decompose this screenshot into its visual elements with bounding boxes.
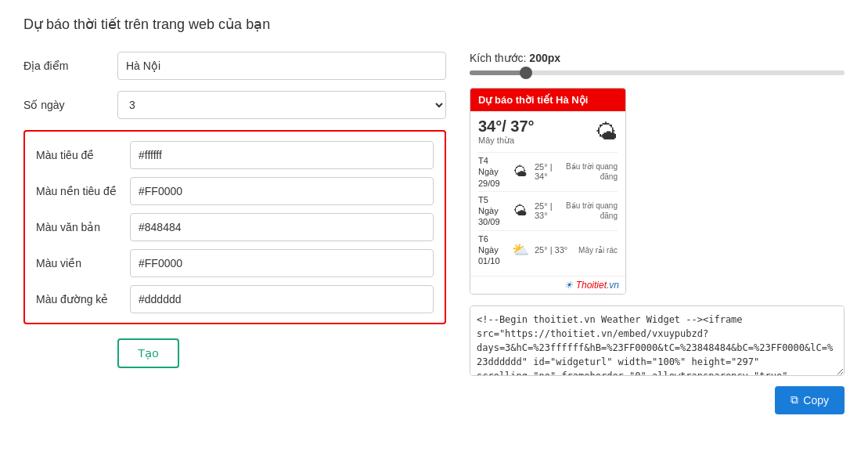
widget-day-row: T6Ngày01/10 ⛅ 25° | 33° Mây rải rác (478, 230, 618, 269)
code-section: <!--Begin thoitiet.vn Weather Widget -->… (470, 306, 845, 378)
widget-day-temp: 25° | 33° (535, 201, 561, 220)
days-select[interactable]: 1 2 3 4 5 6 7 (117, 91, 446, 119)
widget-day-label: T6Ngày01/10 (478, 233, 506, 267)
size-slider-container (470, 70, 845, 75)
border-color-row: Màu viền (36, 249, 434, 277)
text-color-row: Màu văn bản (36, 213, 434, 241)
title-color-input[interactable] (130, 141, 434, 169)
days-row: Số ngày 1 2 3 4 5 6 7 (23, 91, 446, 119)
color-section: Màu tiêu đề Màu nền tiêu đề Màu văn bản … (23, 130, 446, 324)
widget-day-icon: ⛅ (511, 241, 530, 258)
slider-fill (470, 70, 526, 75)
days-label: Số ngày (23, 99, 117, 111)
header-bg-input[interactable] (130, 177, 434, 205)
widget-today-icon: 🌤 (596, 119, 618, 145)
copy-button-label: Copy (803, 394, 829, 407)
widget-day-label: T5Ngày30/09 (478, 194, 506, 228)
line-color-row: Màu đường kẻ (36, 285, 434, 313)
border-color-label: Màu viền (36, 257, 130, 269)
widget-body: 34°/ 37° Mây thừa 🌤 T4Ngày29/09 🌤 25° | … (470, 111, 625, 276)
location-label: Địa điểm (23, 60, 117, 72)
widget-footer-logo: ☀ Thoitiet.vn (564, 280, 619, 291)
widget-day-label: T4Ngày29/09 (478, 155, 506, 189)
widget-today-info: 34°/ 37° Mây thừa (478, 118, 535, 146)
header-bg-label: Màu nền tiêu đề (36, 185, 130, 197)
widget-today-desc: Mây thừa (478, 136, 535, 146)
widget-day-temp: 25° | 33° (535, 245, 574, 255)
copy-icon: ⧉ (791, 393, 798, 407)
widget-day-row: T4Ngày29/09 🌤 25° | 34° Bầu trời quangđã… (478, 152, 618, 191)
slider-thumb[interactable] (520, 67, 532, 79)
widget-today: 34°/ 37° Mây thừa 🌤 (478, 118, 618, 146)
header-bg-row: Màu nền tiêu đề (36, 177, 434, 205)
create-button[interactable]: Tạo (117, 338, 179, 368)
widget-preview: Dự báo thời tiết Hà Nội 34°/ 37° Mây thừ… (470, 88, 626, 295)
widget-day-row: T5Ngày30/09 🌤 25° | 33° Bầu trời quangđã… (478, 191, 618, 230)
line-color-input[interactable] (130, 285, 434, 313)
widget-day-icon: 🌤 (511, 164, 530, 180)
widget-header: Dự báo thời tiết Hà Nội (470, 89, 625, 111)
location-input[interactable] (117, 52, 446, 80)
location-row: Địa điểm (23, 52, 446, 80)
widget-footer: ☀ Thoitiet.vn (470, 276, 625, 294)
right-panel: Kích thước: 200px Dự báo thời tiết Hà Nộ… (470, 52, 845, 414)
code-textarea[interactable]: <!--Begin thoitiet.vn Weather Widget -->… (470, 306, 845, 376)
title-color-row: Màu tiêu đề (36, 141, 434, 169)
text-color-input[interactable] (130, 213, 434, 241)
widget-today-temp: 34°/ 37° (478, 118, 535, 136)
copy-button[interactable]: ⧉ Copy (775, 386, 845, 414)
widget-day-desc: Bầu trời quangđãng (566, 161, 618, 182)
text-color-label: Màu văn bản (36, 221, 130, 233)
main-layout: Địa điểm Số ngày 1 2 3 4 5 6 7 (23, 52, 845, 414)
page-container: Dự báo thời tiết trên trang web của bạn … (0, 0, 868, 470)
widget-day-temp: 25° | 34° (535, 162, 561, 181)
line-color-label: Màu đường kẻ (36, 293, 130, 306)
size-label: Kích thước: 200px (470, 52, 845, 64)
widget-day-desc: Mây rải rác (578, 245, 618, 255)
border-color-input[interactable] (130, 249, 434, 277)
widget-day-desc: Bầu trời quangđãng (566, 201, 618, 221)
widget-day-icon: 🌤 (511, 203, 530, 219)
left-panel: Địa điểm Số ngày 1 2 3 4 5 6 7 (23, 52, 446, 414)
slider-track (470, 70, 845, 75)
title-color-label: Màu tiêu đề (36, 149, 130, 161)
page-title: Dự báo thời tiết trên trang web của bạn (23, 16, 845, 33)
